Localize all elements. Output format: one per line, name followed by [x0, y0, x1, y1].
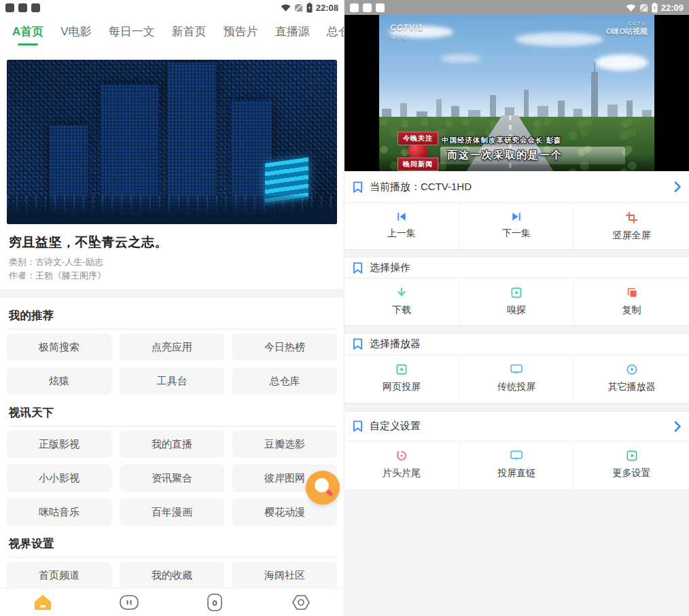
- tab-label: V电影: [60, 25, 91, 38]
- other-player-button[interactable]: 其它播放器: [574, 355, 689, 403]
- no-sim-icon: [294, 3, 303, 12]
- sniff-button[interactable]: 嗅探: [459, 278, 574, 325]
- notification-icon: [18, 3, 27, 12]
- sniff-play-icon: [511, 287, 522, 298]
- tab-a-home[interactable]: A首页: [12, 24, 43, 39]
- more-settings-button[interactable]: 更多设置: [574, 441, 689, 489]
- divider: [7, 426, 337, 427]
- article-title: 穷且益坚，不坠青云之志。: [9, 234, 335, 251]
- section-divider: [344, 249, 689, 257]
- shortcut-xuanyuan[interactable]: 炫猿: [7, 367, 111, 395]
- hero-floor: [7, 196, 337, 224]
- notification-icon: [363, 3, 372, 12]
- intro-outro-button[interactable]: 片头片尾: [344, 441, 459, 489]
- tab-new-home[interactable]: 新首页: [172, 24, 207, 39]
- bookmark-icon: [353, 338, 363, 350]
- tab-main-repo[interactable]: 总仓库: [327, 24, 344, 39]
- group-title: 自定义设置: [370, 420, 421, 433]
- next-episode-button[interactable]: 下一集: [459, 203, 574, 249]
- chevron-right-icon: [674, 421, 681, 432]
- svg-text:0: 0: [212, 599, 217, 608]
- shortcut-haikuo-community[interactable]: 海阔社区: [232, 562, 337, 589]
- shortcut-minimal-search[interactable]: 极简搜索: [7, 333, 111, 361]
- wifi-icon: [626, 3, 636, 12]
- previous-episode-icon: [396, 212, 407, 221]
- screen-cast-icon: [510, 364, 523, 375]
- nav-pause-button[interactable]: [86, 588, 173, 616]
- group-title: 选择播放器: [370, 338, 421, 350]
- empty-area: [344, 489, 689, 616]
- now-playing-label: 当前播放：CCTV-1HD: [370, 181, 472, 194]
- cast-link-icon: [510, 450, 523, 461]
- web-cast-icon: [396, 364, 407, 375]
- battery-charging-icon: [652, 3, 658, 13]
- player-screen: 22:09 CCTV/1 综 合 CCTV:: [344, 0, 689, 616]
- web-cast-button[interactable]: 网页投屏: [344, 355, 459, 403]
- more-settings-icon: [626, 450, 637, 461]
- status-bar-right: 22:09: [344, 0, 689, 15]
- divider: [7, 329, 337, 329]
- home-icon: [34, 594, 52, 611]
- cloud: [515, 33, 603, 46]
- section-my-recommend: 我的推荐 极简搜索 点亮应用 今日热榜 炫猿 工具台 总仓库: [0, 308, 344, 395]
- bookmark-icon: [353, 181, 363, 193]
- shortcut-hot-today[interactable]: 今日热榜: [232, 333, 337, 361]
- shortcut-licensed-video[interactable]: 正版影视: [7, 431, 111, 458]
- nav-zero-button[interactable]: 0: [172, 588, 258, 616]
- shortcut-light-apps[interactable]: 点亮应用: [120, 333, 224, 361]
- search-fab[interactable]: [306, 471, 340, 505]
- section-divider: [344, 403, 689, 412]
- nav-home-button[interactable]: [0, 588, 86, 616]
- shortcut-my-live[interactable]: 我的直播: [120, 431, 224, 458]
- migu-watermark: CCTV: O咪O咕视频: [606, 20, 648, 37]
- tab-label: A首页: [12, 25, 43, 38]
- daily-article-card[interactable]: 穷且益坚，不坠青云之志。 类别：古诗文-人生-励志 作者：王勃《滕王阁序》: [0, 60, 344, 283]
- badge-evening-news: 晚间新闻: [398, 158, 438, 171]
- prev-episode-button[interactable]: 上一集: [344, 203, 459, 249]
- home-screen: 22:08 A首页 V电影 每日一文 新首页 预告片 直播源 总仓库 穷且益坚，…: [0, 0, 344, 616]
- classic-cast-button[interactable]: 传统投屏: [459, 355, 574, 403]
- now-playing-row[interactable]: 当前播放：CCTV-1HD: [344, 171, 689, 203]
- hero-image[interactable]: [7, 60, 337, 224]
- select-action-row: 下载 嗅探 复制: [344, 278, 689, 325]
- nav-settings-button[interactable]: [258, 588, 344, 616]
- shortcut-douban-picks[interactable]: 豆瓣选影: [232, 431, 337, 458]
- tab-v-movie[interactable]: V电影: [60, 24, 91, 39]
- notification-icon: [31, 3, 40, 12]
- shortcut-home-channels[interactable]: 首页频道: [7, 562, 111, 589]
- tab-trailers[interactable]: 预告片: [224, 24, 258, 39]
- badge-tonight-focus: 今晚关注: [398, 132, 438, 145]
- settings-icon: [292, 594, 311, 611]
- search-icon-handle: [325, 489, 333, 496]
- shortcut-xiaoxiao-video[interactable]: 小小影视: [7, 465, 111, 492]
- tab-live-sources[interactable]: 直播源: [275, 24, 310, 39]
- tab-daily-article[interactable]: 每日一文: [109, 24, 155, 39]
- portrait-fullscreen-button[interactable]: 竖屏全屏: [574, 203, 689, 249]
- notification-icon: [5, 3, 14, 12]
- chevron-right-icon: [674, 181, 681, 192]
- shortcut-century-comics[interactable]: 百年漫画: [120, 499, 224, 526]
- cast-link-button[interactable]: 投屏直链: [459, 441, 574, 489]
- shortcut-main-repo[interactable]: 总仓库: [232, 367, 337, 395]
- shortcut-my-favorites[interactable]: 我的收藏: [120, 562, 224, 589]
- screenshot: 22:08 A首页 V电影 每日一文 新首页 预告片 直播源 总仓库 穷且益坚，…: [0, 0, 689, 616]
- video-player[interactable]: CCTV/1 综 合 CCTV: O咪O咕视频 今晚关注 晚间新闻 中国经济体制…: [344, 15, 689, 171]
- cloud: [440, 54, 481, 62]
- divider: [7, 557, 337, 558]
- active-tab-underline: [18, 43, 38, 46]
- shortcut-migu-music[interactable]: 咪咕音乐: [7, 499, 111, 526]
- tab-label: 预告片: [224, 25, 258, 38]
- copy-button[interactable]: 复制: [574, 278, 689, 325]
- download-icon: [396, 287, 407, 298]
- section-video-world: 视讯天下 正版影视 我的直播 豆瓣选影 小小影视 资讯聚合 彼岸图网 咪咕音乐 …: [0, 405, 344, 526]
- channel-logo: CCTV/1 综 合: [390, 23, 423, 41]
- clock-text: 22:08: [316, 3, 338, 13]
- tab-bar: A首页 V电影 每日一文 新首页 预告片 直播源 总仓库: [0, 15, 344, 48]
- notification-icon: [350, 3, 359, 12]
- shortcut-toolbox[interactable]: 工具台: [120, 367, 224, 395]
- custom-settings-row: 片头片尾 投屏直链 更多设置: [344, 441, 689, 489]
- group-header-custom-settings[interactable]: 自定义设置: [344, 412, 689, 441]
- article-category: 类别：古诗文-人生-励志: [9, 255, 335, 269]
- shortcut-news-aggregate[interactable]: 资讯聚合: [120, 465, 224, 492]
- download-button[interactable]: 下载: [344, 278, 459, 325]
